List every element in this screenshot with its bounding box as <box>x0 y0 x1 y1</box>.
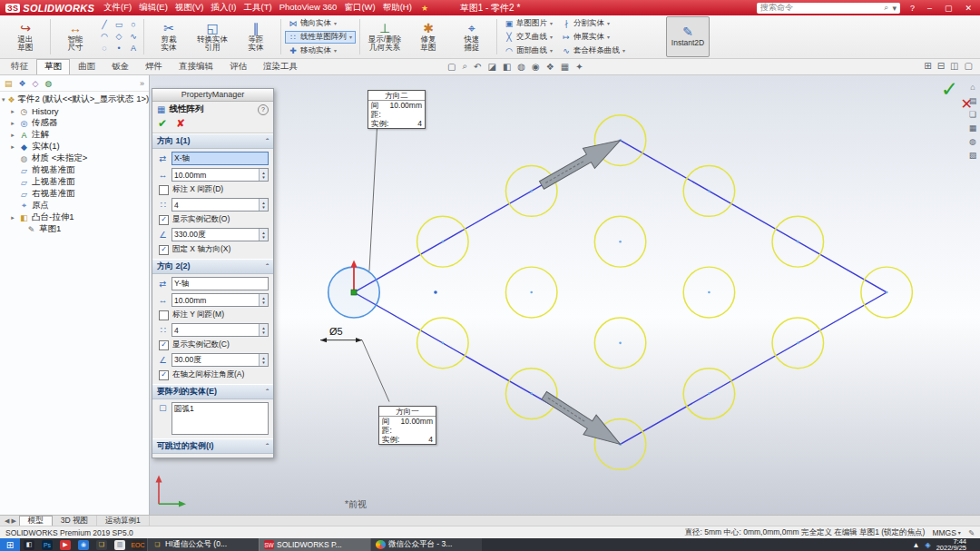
edit-appearance-icon[interactable]: ❖ <box>546 62 554 72</box>
offset-entities-button[interactable]: ∥等距实体 <box>234 16 278 57</box>
sketch-entity-tool-6[interactable]: ◌ <box>97 43 112 54</box>
command-tab[interactable]: 钣金 <box>103 59 137 74</box>
sketch-entity-tool-8[interactable]: A <box>126 43 141 54</box>
trim-entities-button[interactable]: ✂剪裁实体 <box>147 16 191 57</box>
design-library-icon[interactable]: ▤ <box>969 96 977 105</box>
cancel-button[interactable]: ✘ <box>176 117 185 130</box>
skip-instances-section-header[interactable]: 可跳过的实例(I)ˆ <box>152 438 273 454</box>
zoom-area-icon[interactable]: ⌕ <box>462 61 467 72</box>
graphics-area[interactable]: Ø5 PropertyManager ▦ 线性阵列 ? ✔ ✘ 方向 1(1)ˆ <box>150 75 980 515</box>
view-settings-icon[interactable]: ✦ <box>575 62 583 72</box>
display-delete-relations-button[interactable]: ⊥显示/删除几何关系 <box>363 16 407 57</box>
display-count1-checkbox[interactable]: 显示实例记数(O) <box>157 214 269 225</box>
spinner[interactable]: ▲▼ <box>259 169 268 181</box>
fix-x-axis-checkbox[interactable]: 固定 X 轴方向(X) <box>157 244 269 255</box>
menu-item[interactable]: 文件(F) <box>100 2 135 14</box>
previous-view-icon[interactable]: ↶ <box>474 62 481 72</box>
folder-window[interactable]: ❏HI通信公众号 (0... <box>147 538 259 551</box>
model-tab[interactable]: 3D 视图 <box>53 516 97 526</box>
direction1-spacing-input[interactable]: 10.00mm▲▼ <box>172 168 269 182</box>
dim-y-spacing-checkbox[interactable]: 标注 Y 间距(M) <box>157 310 269 320</box>
convert-entities-button[interactable]: ◱转换实体引用 <box>191 16 234 57</box>
solidworks-window[interactable]: SWSOLIDWORKS P... <box>259 538 370 551</box>
units-dropdown[interactable]: MMGS▾ <box>932 528 960 537</box>
reverse-direction-icon[interactable]: ⇄ <box>157 279 169 289</box>
menu-item[interactable]: PhotoView 360 <box>276 2 341 14</box>
zoom-fit-icon[interactable]: ▢ <box>447 62 456 72</box>
command-tab[interactable]: 焊件 <box>137 59 171 74</box>
fullscreen-icon[interactable]: ▢ <box>965 61 973 71</box>
direction2-axis-input[interactable]: Y-轴 <box>172 277 269 290</box>
reverse-direction-icon[interactable]: ⇄ <box>157 153 169 163</box>
hidden-icons-button[interactable]: ▲ <box>913 541 920 549</box>
sketch-entity-tool-2[interactable]: ○ <box>126 19 141 31</box>
help-button[interactable]: ? <box>907 4 917 13</box>
tree-item[interactable]: ⌖原点 <box>0 200 149 212</box>
app-dark-icon[interactable]: ◧ <box>20 538 38 551</box>
split-pane-icon[interactable]: ⊞ <box>924 61 931 71</box>
linear-sketch-pattern-button[interactable]: ∷线性草图阵列▾ <box>285 31 356 44</box>
move-entities-button[interactable]: ✚移动实体▾ <box>285 44 356 57</box>
sketch-entity-tool-0[interactable]: ╱ <box>97 19 112 31</box>
command-tab[interactable]: 直接编辑 <box>171 59 221 74</box>
dim-angle-checkbox[interactable]: 在轴之间标注角度(A) <box>157 369 269 380</box>
close-button[interactable]: ✕ <box>962 4 975 13</box>
favorites-star-icon[interactable]: ★ <box>421 4 428 13</box>
expand-panel-icon[interactable]: » <box>140 79 144 88</box>
expand-arrow-icon[interactable]: ▸ <box>9 108 16 115</box>
edit-icon[interactable]: ✎ <box>968 528 975 537</box>
command-search-input[interactable]: 搜索命令 ⌕ ▾ <box>757 3 900 14</box>
spinner[interactable]: ▲▼ <box>259 354 268 366</box>
mirror-entities-button[interactable]: ⋈镜向实体▾ <box>285 17 356 30</box>
spinner[interactable]: ▲▼ <box>259 229 268 241</box>
model-tab[interactable]: 模型 <box>19 516 53 526</box>
exit-sketch-button[interactable]: ↪退出草图 <box>4 16 47 57</box>
display-style-icon[interactable]: ◍ <box>517 62 525 72</box>
tree-item[interactable]: ▸◧凸台-拉伸1 <box>0 212 149 223</box>
menu-item[interactable]: 工具(T) <box>240 2 275 14</box>
tree-item[interactable]: ▸◆实体(1) <box>0 141 149 153</box>
minimize-button[interactable]: – <box>925 4 935 13</box>
start-button[interactable]: ⊞ <box>0 538 20 551</box>
command-tab[interactable]: 草图 <box>36 59 70 74</box>
tab-scroll-arrow[interactable]: ◀ <box>5 517 9 525</box>
appearances-icon[interactable]: ◍ <box>969 137 976 146</box>
folder-icon[interactable]: ❏ <box>93 538 111 551</box>
direction1-arrow[interactable] <box>535 130 626 195</box>
command-tab[interactable]: 特征 <box>3 59 36 74</box>
direction2-count-input[interactable]: 4▲▼ <box>172 323 269 337</box>
direction1-axis-input[interactable]: X-轴 <box>172 152 269 165</box>
entity-item[interactable]: 圆弧1 <box>174 404 266 413</box>
restore-button[interactable]: ▢ <box>942 4 956 13</box>
expand-arrow-icon[interactable]: ▸ <box>9 132 16 139</box>
tree-item[interactable]: ▸◷History <box>0 105 149 117</box>
view-palette-icon[interactable]: ▦ <box>969 123 977 133</box>
search-icon[interactable]: ⌕ <box>884 3 888 13</box>
confirm-ok-icon[interactable]: ✓ <box>941 77 958 102</box>
repair-sketch-button[interactable]: ✱修复草图 <box>407 16 450 57</box>
search-caret-icon[interactable]: ▾ <box>892 4 897 13</box>
featuremanager-tab[interactable]: ▤ <box>5 79 13 88</box>
view-orientation-icon[interactable]: ◧ <box>503 62 511 72</box>
instant2d-button[interactable]: ✎Instant2D <box>666 16 710 57</box>
browser-icon[interactable]: ◉ <box>74 538 93 551</box>
direction2-spacing-input[interactable]: 10.00mm▲▼ <box>172 293 269 307</box>
custom-properties-icon[interactable]: ▧ <box>969 151 977 160</box>
direction2-callout[interactable]: 方向二 间距:10.00mm 实例:4 <box>368 90 426 129</box>
tree-item[interactable]: ▱前视基准面 <box>0 164 149 176</box>
entities-to-pattern-list[interactable]: 圆弧1 <box>172 402 269 435</box>
entities-section-header[interactable]: 要阵列的实体(E)ˆ <box>152 384 273 399</box>
expand-arrow-icon[interactable]: ▾ <box>2 96 5 103</box>
two-pane-icon[interactable]: ◫ <box>950 61 958 71</box>
app-red-icon[interactable]: ▶ <box>56 538 74 551</box>
tree-item[interactable]: ▸◎传感器 <box>0 117 149 129</box>
direction1-count-input[interactable]: 4▲▼ <box>172 198 269 212</box>
intersection-curve-button[interactable]: ╳交叉曲线▾ <box>501 31 556 44</box>
sketch-picture-button[interactable]: ▣草图图片▾ <box>501 17 556 30</box>
dim-x-spacing-checkbox[interactable]: 标注 X 间距(D) <box>157 184 269 195</box>
direction2-angle-input[interactable]: 30.00度▲▼ <box>172 353 269 367</box>
spinner[interactable]: ▲▼ <box>259 294 268 306</box>
command-tab[interactable]: 曲面 <box>70 59 103 74</box>
tray-app-icon[interactable]: ◈ <box>925 541 930 549</box>
propertymanager-tab[interactable]: ❖ <box>19 79 26 88</box>
